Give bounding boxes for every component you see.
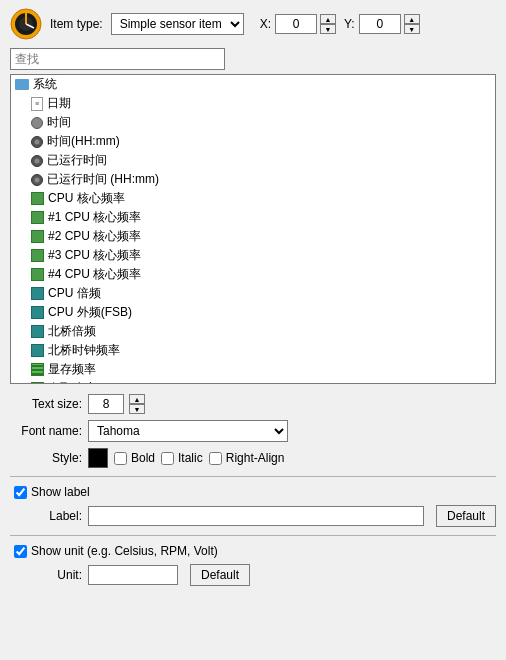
italic-checkbox[interactable] (161, 452, 174, 465)
unit-default-btn[interactable]: Default (190, 564, 250, 586)
show-label-checkbox[interactable] (14, 486, 27, 499)
teal-square-icon (31, 306, 44, 319)
tree-item-label: CPU 倍频 (48, 285, 101, 302)
x-input[interactable] (275, 14, 317, 34)
tree-item-label: CPU 核心频率 (48, 190, 125, 207)
show-unit-row: Show unit (e.g. Celsius, RPM, Volt) (10, 544, 496, 558)
show-unit-checkbox-label[interactable]: Show unit (e.g. Celsius, RPM, Volt) (14, 544, 218, 558)
right-align-checkbox-label[interactable]: Right-Align (209, 451, 285, 465)
tree-item-label: 存取速度 (48, 380, 96, 384)
item-type-dropdown[interactable]: Simple sensor item (111, 13, 244, 35)
bold-checkbox-label[interactable]: Bold (114, 451, 155, 465)
folder-icon (15, 79, 29, 90)
tree-item[interactable]: #4 CPU 核心频率 (11, 265, 495, 284)
tree-item-label: #4 CPU 核心频率 (48, 266, 141, 283)
circle-darkgray-icon (31, 155, 43, 167)
y-spinner: ▲ ▼ (404, 14, 420, 34)
divider-2 (10, 535, 496, 536)
unit-field-label: Unit: (10, 568, 82, 582)
tree-item-label: #3 CPU 核心频率 (48, 247, 141, 264)
tree-item[interactable]: 北桥倍频 (11, 322, 495, 341)
font-name-dropdown[interactable]: Tahoma Arial Verdana (88, 420, 288, 442)
label-input[interactable] (88, 506, 424, 526)
tree-item-label: 系统 (33, 76, 57, 93)
app-icon (10, 8, 42, 40)
text-size-up-btn[interactable]: ▲ (129, 394, 145, 404)
label-row: Label: Default (10, 505, 496, 527)
text-size-input[interactable] (88, 394, 124, 414)
x-down-btn[interactable]: ▼ (320, 24, 336, 34)
text-size-down-btn[interactable]: ▼ (129, 404, 145, 414)
text-size-label: Text size: (10, 397, 82, 411)
y-label: Y: (344, 17, 355, 31)
tree-item-label: 北桥倍频 (48, 323, 96, 340)
circle-darkgray-icon (31, 174, 43, 186)
tree-item[interactable]: CPU 核心频率 (11, 189, 495, 208)
green-square-icon (31, 230, 44, 243)
tree-item-label: 时间 (47, 114, 71, 131)
y-down-btn[interactable]: ▼ (404, 24, 420, 34)
teal-square-icon (31, 325, 44, 338)
tree-item[interactable]: 北桥时钟频率 (11, 341, 495, 360)
xy-group: X: ▲ ▼ Y: ▲ ▼ (260, 14, 420, 34)
style-row: Style: Bold Italic Right-Align (10, 448, 496, 468)
green-square-icon (31, 192, 44, 205)
y-up-btn[interactable]: ▲ (404, 14, 420, 24)
tree-item[interactable]: 时间 (11, 113, 495, 132)
tree-item[interactable]: 已运行时间 (HH:mm) (11, 170, 495, 189)
tree-item[interactable]: 显存频率 (11, 360, 495, 379)
green-square-icon (31, 268, 44, 281)
color-swatch[interactable] (88, 448, 108, 468)
tree-item[interactable]: #2 CPU 核心频率 (11, 227, 495, 246)
text-size-spinner: ▲ ▼ (129, 394, 145, 414)
search-input[interactable] (10, 48, 225, 70)
green-lines-icon (31, 382, 44, 384)
italic-checkbox-label[interactable]: Italic (161, 451, 203, 465)
tree-item[interactable]: 已运行时间 (11, 151, 495, 170)
top-bar: Item type: Simple sensor item X: ▲ ▼ Y: … (10, 8, 496, 40)
tree-item-label: 已运行时间 (HH:mm) (47, 171, 159, 188)
tree-item-label: 北桥时钟频率 (48, 342, 120, 359)
divider-1 (10, 476, 496, 477)
unit-row: Unit: Default (10, 564, 496, 586)
x-up-btn[interactable]: ▲ (320, 14, 336, 24)
unit-input[interactable] (88, 565, 178, 585)
tree-item[interactable]: CPU 倍频 (11, 284, 495, 303)
tree-item[interactable]: 时间(HH:mm) (11, 132, 495, 151)
style-label: Style: (10, 451, 82, 465)
x-spinner: ▲ ▼ (320, 14, 336, 34)
circle-gray-icon (31, 117, 43, 129)
tree-item[interactable]: 系统 (11, 75, 495, 94)
y-input[interactable] (359, 14, 401, 34)
show-label-row: Show label (10, 485, 496, 499)
teal-square-icon (31, 344, 44, 357)
item-type-label: Item type: (50, 17, 103, 31)
tree-item-label: 日期 (47, 95, 71, 112)
doc-icon: ≡ (31, 97, 43, 111)
text-size-row: Text size: ▲ ▼ (10, 394, 496, 414)
show-unit-checkbox[interactable] (14, 545, 27, 558)
bold-checkbox[interactable] (114, 452, 127, 465)
teal-square-icon (31, 287, 44, 300)
main-container: Item type: Simple sensor item X: ▲ ▼ Y: … (0, 0, 506, 602)
tree-item-label: #2 CPU 核心频率 (48, 228, 141, 245)
tree-item-label: 时间(HH:mm) (47, 133, 120, 150)
right-align-checkbox[interactable] (209, 452, 222, 465)
tree-item[interactable]: #3 CPU 核心频率 (11, 246, 495, 265)
tree-item[interactable]: CPU 外频(FSB) (11, 303, 495, 322)
green-square-icon (31, 249, 44, 262)
font-name-row: Font name: Tahoma Arial Verdana (10, 420, 496, 442)
green-lines-icon (31, 363, 44, 376)
font-name-label: Font name: (10, 424, 82, 438)
tree-item-label: CPU 外频(FSB) (48, 304, 132, 321)
label-default-btn[interactable]: Default (436, 505, 496, 527)
show-label-checkbox-label[interactable]: Show label (14, 485, 90, 499)
bottom-form: Text size: ▲ ▼ Font name: Tahoma Arial V… (10, 392, 496, 594)
label-field-label: Label: (10, 509, 82, 523)
circle-darkgray-icon (31, 136, 43, 148)
tree-container[interactable]: 系统≡日期时间时间(HH:mm)已运行时间已运行时间 (HH:mm)CPU 核心… (10, 74, 496, 384)
tree-item[interactable]: #1 CPU 核心频率 (11, 208, 495, 227)
tree-item[interactable]: ≡日期 (11, 94, 495, 113)
tree-item[interactable]: 存取速度 (11, 379, 495, 384)
tree-item-label: 已运行时间 (47, 152, 107, 169)
